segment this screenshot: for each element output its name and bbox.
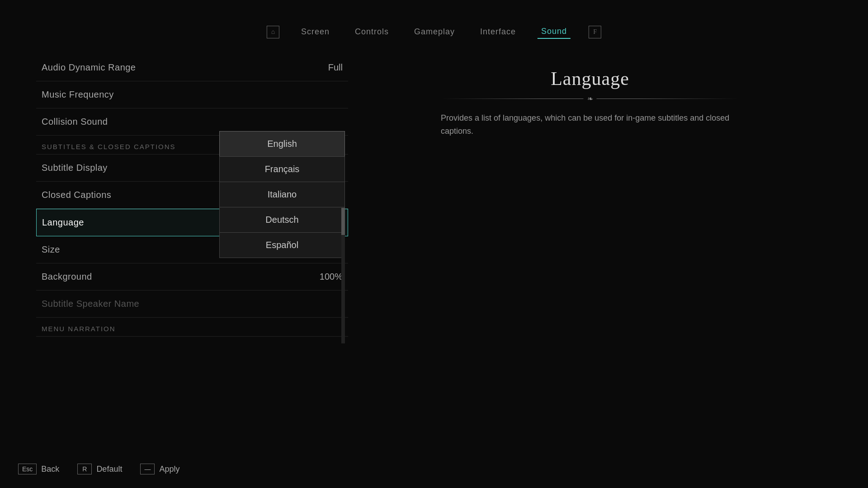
info-description: Provides a list of languages, which can …: [441, 112, 739, 138]
left-panel: Audio Dynamic Range Full Music Frequency…: [36, 54, 348, 452]
top-nav: ⌂ Screen Controls Gameplay Interface Sou…: [267, 25, 601, 39]
dropdown-francais[interactable]: Français: [219, 156, 345, 182]
apply-action[interactable]: — Apply: [140, 464, 179, 474]
dropdown-english[interactable]: English: [219, 131, 345, 157]
nav-interface[interactable]: Interface: [476, 25, 519, 38]
menu-narration-section-header: MENU NARRATION: [36, 318, 348, 337]
language-label: Language: [42, 217, 84, 228]
subtitle-speaker-name-row[interactable]: Subtitle Speaker Name: [36, 291, 348, 318]
nav-controls[interactable]: Controls: [351, 25, 392, 38]
esc-key-badge: Esc: [18, 464, 37, 474]
subtitle-display-label: Subtitle Display: [42, 163, 108, 173]
nav-home-icon[interactable]: ⌂: [267, 26, 279, 38]
subtitle-speaker-name-label: Subtitle Speaker Name: [42, 299, 139, 309]
r-key-badge: R: [77, 464, 92, 474]
back-action[interactable]: Esc Back: [18, 464, 59, 474]
music-frequency-label: Music Frequency: [42, 89, 114, 100]
audio-dynamic-range-row[interactable]: Audio Dynamic Range Full: [36, 54, 348, 81]
bottom-bar: Esc Back R Default — Apply: [18, 464, 850, 474]
back-label: Back: [41, 465, 59, 474]
music-frequency-row[interactable]: Music Frequency: [36, 81, 348, 108]
apply-key-badge: —: [140, 464, 155, 474]
default-label: Default: [96, 465, 122, 474]
dropdown-scrollbar-thumb[interactable]: [341, 208, 345, 235]
dropdown-deutsch[interactable]: Deutsch: [219, 207, 345, 233]
language-dropdown: English Français Italiano Deutsch Españo…: [219, 131, 345, 258]
background-row[interactable]: Background 100%: [36, 263, 348, 291]
info-divider: [441, 99, 739, 99]
dropdown-italiano[interactable]: Italiano: [219, 182, 345, 207]
apply-label: Apply: [159, 465, 179, 474]
nav-screen[interactable]: Screen: [297, 25, 333, 38]
size-label: Size: [42, 244, 60, 255]
background-value: 100%: [320, 272, 343, 282]
main-container: Audio Dynamic Range Full Music Frequency…: [36, 54, 832, 452]
info-title: Language: [551, 68, 629, 89]
dropdown-scrollbar-track: [341, 208, 345, 343]
nav-gameplay[interactable]: Gameplay: [410, 25, 458, 38]
background-label: Background: [42, 272, 92, 282]
nav-sound[interactable]: Sound: [538, 25, 571, 39]
default-action[interactable]: R Default: [77, 464, 122, 474]
right-panel: Language Provides a list of languages, w…: [348, 54, 832, 452]
dropdown-espanol[interactable]: Español: [219, 232, 345, 258]
nav-end-icon[interactable]: F: [589, 26, 601, 38]
closed-captions-label: Closed Captions: [42, 190, 111, 200]
audio-dynamic-range-label: Audio Dynamic Range: [42, 62, 136, 73]
collision-sound-label: Collision Sound: [42, 117, 108, 127]
audio-dynamic-range-value: Full: [328, 62, 343, 73]
